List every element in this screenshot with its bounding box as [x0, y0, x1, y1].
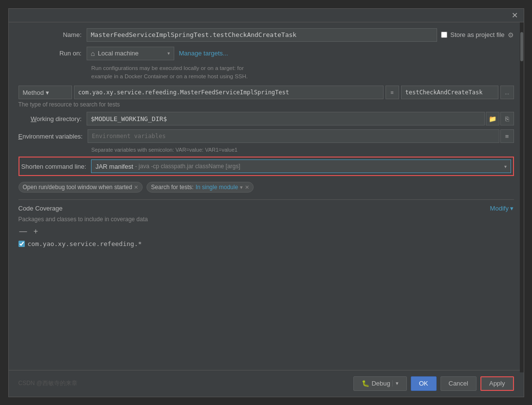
- method-input[interactable]: [401, 86, 498, 99]
- env-icon-button[interactable]: ≡: [500, 129, 514, 143]
- coverage-desc: Packages and classes to include in cover…: [18, 216, 514, 223]
- run-on-row: Run on: ⌂ Local machine ▾ Manage targets…: [18, 47, 514, 60]
- working-directory-row: Working directory: 📁 ⎘: [18, 112, 514, 125]
- method-value: Method: [23, 89, 44, 96]
- run-on-hint: Run configurations may be executed local…: [92, 64, 514, 81]
- run-on-label: Run on:: [18, 50, 87, 57]
- name-row: Name: Store as project file ⚙: [18, 28, 514, 42]
- tags-row: Open run/debug tool window when started …: [18, 182, 514, 193]
- title-bar: ✕: [9, 9, 524, 22]
- scrollbar-thumb: [520, 32, 523, 61]
- search-tests-arrow-icon[interactable]: ▾: [240, 184, 243, 191]
- code-coverage-header: Code Coverage Modify ▾: [18, 205, 514, 212]
- run-on-dropdown[interactable]: ⌂ Local machine ▾: [87, 47, 174, 60]
- watermark-area: CSDN @西敏寺的来章: [18, 379, 78, 387]
- tag-search-tests: Search for tests: In single module ▾ ✕: [147, 182, 254, 193]
- coverage-minus-button[interactable]: —: [18, 227, 28, 236]
- working-directory-label: Working directory:: [18, 115, 87, 123]
- shorten-command-line-row: Shorten command line: JAR manifest - jav…: [18, 157, 514, 176]
- tag-search-label: Search for tests:: [151, 184, 193, 191]
- shorten-desc: - java -cp classpath.jar className [args…: [135, 163, 240, 170]
- coverage-item: com.yao.xy.service.refeeding.*: [18, 240, 514, 247]
- coverage-plus-button[interactable]: +: [31, 227, 41, 236]
- home-icon: ⌂: [91, 50, 95, 57]
- dialog-content: Name: Store as project file ⚙ Run on: ⌂ …: [9, 22, 524, 370]
- shorten-dropdown[interactable]: JAR manifest - java -cp classpath.jar cl…: [91, 159, 511, 173]
- search-tests-link[interactable]: In single module: [196, 184, 238, 191]
- scrollbar[interactable]: [520, 22, 524, 372]
- tag-open-run-debug: Open run/debug tool window when started …: [18, 182, 143, 193]
- env-input[interactable]: [88, 129, 499, 143]
- working-directory-input[interactable]: [87, 112, 485, 125]
- shorten-value: JAR manifest: [95, 163, 133, 170]
- watermark-text: CSDN @西敏寺的来章: [18, 379, 78, 387]
- method-ellipsis-button[interactable]: ...: [500, 86, 514, 99]
- tag-open-run-debug-close[interactable]: ✕: [134, 184, 138, 191]
- code-coverage-title: Code Coverage: [18, 205, 63, 212]
- class-browse-button[interactable]: ≡: [385, 86, 399, 99]
- sep-hint: Separate variables with semicolon: VAR=v…: [92, 147, 514, 153]
- debug-button[interactable]: 🐛 Debug ▾: [353, 376, 406, 391]
- coverage-item-checkbox[interactable]: [18, 241, 25, 247]
- env-label: Environment variables:: [18, 133, 88, 140]
- cancel-button[interactable]: Cancel: [440, 376, 477, 391]
- store-as-project-checkbox[interactable]: [441, 32, 447, 38]
- folder-icon-button[interactable]: 📁: [486, 112, 499, 125]
- environment-variables-row: Environment variables: ≡: [18, 129, 514, 143]
- copy-icon-button[interactable]: ⎘: [500, 112, 514, 125]
- run-debug-dialog: ✕ Name: Store as project file ⚙ Run on: …: [8, 8, 524, 397]
- coverage-item-label: com.yao.xy.service.refeeding.*: [28, 240, 142, 247]
- coverage-toolbar: — +: [18, 227, 514, 236]
- shorten-arrow-icon: ▾: [504, 164, 507, 169]
- ok-button[interactable]: OK: [411, 376, 437, 391]
- section-divider: [18, 199, 514, 200]
- resource-hint: The type of resource to search for tests: [18, 101, 514, 108]
- debug-label: Debug: [371, 380, 390, 387]
- shorten-label: Shorten command line:: [21, 163, 92, 170]
- debug-arrow-icon[interactable]: ▾: [392, 380, 399, 387]
- name-label: Name:: [18, 31, 87, 38]
- close-button[interactable]: ✕: [510, 10, 520, 20]
- dialog-footer: CSDN @西敏寺的来章 🐛 Debug ▾ OK Cancel Apply: [9, 370, 524, 397]
- tag-search-tests-close[interactable]: ✕: [245, 184, 249, 191]
- store-as-project-label: Store as project file: [450, 31, 504, 38]
- tag-open-run-debug-label: Open run/debug tool window when started: [23, 184, 132, 191]
- method-row: Method ▾ ≡ ...: [18, 86, 514, 99]
- class-input[interactable]: [74, 86, 384, 99]
- run-on-value: Local machine: [98, 50, 139, 57]
- debug-icon: 🐛: [362, 380, 369, 387]
- modify-link[interactable]: Modify ▾: [490, 205, 514, 212]
- store-as-project-area: Store as project file ⚙: [441, 31, 514, 39]
- gear-icon[interactable]: ⚙: [508, 31, 514, 39]
- chevron-down-icon: ▾: [167, 51, 170, 56]
- name-input[interactable]: [87, 28, 437, 42]
- apply-button[interactable]: Apply: [480, 376, 514, 391]
- method-arrow-icon: ▾: [46, 89, 49, 96]
- manage-targets-link[interactable]: Manage targets...: [179, 50, 228, 57]
- method-dropdown[interactable]: Method ▾: [18, 86, 72, 99]
